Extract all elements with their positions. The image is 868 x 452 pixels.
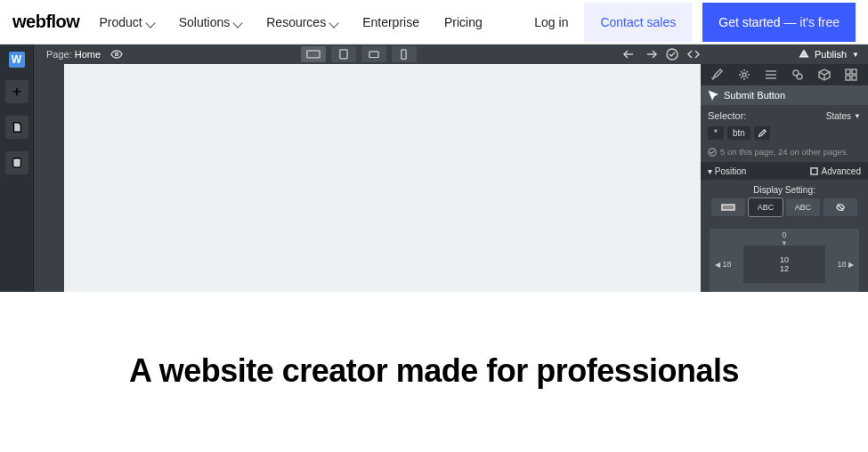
arrow-down-icon: ▼ bbox=[781, 239, 788, 247]
webflow-w-icon[interactable]: W bbox=[9, 52, 25, 68]
top-navbar: webflow Product Solutions Resources Ente… bbox=[0, 0, 868, 44]
nav-resources[interactable]: Resources bbox=[266, 15, 337, 29]
hero-headline: A website creator made for professionals bbox=[18, 351, 850, 391]
padding-box[interactable]: 10 12 bbox=[743, 246, 825, 283]
box-icon[interactable] bbox=[817, 68, 831, 82]
mobile-breakpoint[interactable] bbox=[392, 46, 417, 62]
display-inline-block[interactable]: ABC bbox=[749, 198, 783, 216]
chevron-down-icon bbox=[330, 15, 337, 29]
svg-point-9 bbox=[797, 74, 802, 79]
selector-label: Selector: bbox=[708, 110, 746, 121]
nav-pricing[interactable]: Pricing bbox=[444, 15, 483, 29]
display-none[interactable] bbox=[823, 198, 857, 216]
landscape-breakpoint[interactable] bbox=[361, 46, 386, 62]
padding-bottom-value[interactable]: 12 bbox=[780, 264, 789, 273]
add-element-button[interactable] bbox=[5, 80, 28, 103]
nav-enterprise[interactable]: Enterprise bbox=[362, 15, 419, 29]
spacing-editor[interactable]: Click + Drag 0 ◀ 18 18 ▶ ▼ 10 12 bbox=[710, 229, 859, 292]
chevron-down-icon bbox=[234, 15, 241, 29]
webflow-logo[interactable]: webflow bbox=[12, 12, 79, 32]
topbar-actions bbox=[622, 47, 701, 61]
chevron-down-icon bbox=[147, 15, 154, 29]
svg-rect-13 bbox=[852, 76, 856, 80]
effects-icon[interactable] bbox=[791, 68, 805, 82]
page-label: Page: Home bbox=[34, 49, 101, 60]
login-link[interactable]: Log in bbox=[518, 15, 584, 29]
layout-icon[interactable] bbox=[764, 68, 778, 82]
desktop-breakpoint[interactable] bbox=[301, 46, 326, 62]
cms-button[interactable] bbox=[5, 151, 28, 174]
selector-info-text: 5 on this page, 24 on other pages. bbox=[701, 145, 868, 162]
undo-icon[interactable] bbox=[622, 47, 637, 61]
margin-right-value[interactable]: 18 ▶ bbox=[837, 260, 854, 269]
edit-class-icon[interactable] bbox=[754, 126, 770, 140]
designer-ui: W Page: Home Publish ▼ bbox=[0, 44, 868, 292]
svg-rect-4 bbox=[369, 52, 377, 58]
display-setting-label: Display Setting: bbox=[701, 180, 868, 198]
canvas-left-gutter bbox=[34, 64, 64, 292]
style-panel: Submit Button Selector: States▼ * btn 5 … bbox=[701, 64, 868, 292]
panel-tab-bar bbox=[701, 64, 868, 85]
preview-icon[interactable] bbox=[110, 47, 124, 61]
brush-icon[interactable] bbox=[710, 68, 725, 82]
publish-button[interactable]: Publish ▼ bbox=[799, 49, 859, 60]
class-selector[interactable]: * btn bbox=[701, 126, 868, 145]
states-dropdown[interactable]: States▼ bbox=[826, 111, 861, 121]
redo-icon[interactable] bbox=[644, 47, 658, 61]
selected-element-row[interactable]: Submit Button bbox=[701, 85, 868, 105]
nav-items: Product Solutions Resources Enterprise P… bbox=[99, 15, 482, 29]
star-chip[interactable]: * bbox=[708, 126, 724, 140]
svg-rect-3 bbox=[339, 50, 346, 59]
nav-solutions[interactable]: Solutions bbox=[179, 15, 242, 29]
breakpoint-switcher bbox=[301, 46, 417, 62]
left-toolbar: W bbox=[0, 44, 34, 292]
contact-sales-button[interactable]: Contact sales bbox=[584, 3, 692, 42]
designer-topbar: Page: Home Publish ▼ bbox=[34, 44, 868, 64]
svg-point-7 bbox=[742, 73, 746, 77]
code-icon[interactable] bbox=[686, 47, 701, 61]
get-started-button[interactable]: Get started — it's free bbox=[702, 3, 856, 42]
design-canvas[interactable] bbox=[64, 64, 701, 292]
btn-class-chip[interactable]: btn bbox=[727, 126, 750, 140]
display-inline[interactable]: ABC bbox=[786, 198, 820, 216]
more-icon[interactable] bbox=[844, 68, 858, 82]
tablet-breakpoint[interactable] bbox=[331, 46, 356, 62]
settings-icon[interactable] bbox=[737, 68, 751, 82]
svg-rect-12 bbox=[846, 76, 850, 80]
margin-left-value[interactable]: ◀ 18 bbox=[715, 260, 732, 269]
svg-rect-2 bbox=[306, 51, 319, 58]
svg-point-1 bbox=[116, 53, 118, 56]
display-setting-buttons: ABC ABC bbox=[701, 198, 868, 223]
svg-rect-10 bbox=[846, 69, 850, 74]
svg-rect-16 bbox=[722, 205, 734, 210]
position-section-header[interactable]: ▾ Position Advanced bbox=[701, 162, 868, 180]
pages-button[interactable] bbox=[5, 116, 28, 139]
display-block[interactable] bbox=[711, 198, 745, 216]
nav-right: Log in Contact sales Get started — it's … bbox=[518, 3, 856, 42]
selector-row: Selector: States▼ bbox=[701, 105, 868, 126]
headline-section: A website creator made for professionals bbox=[0, 292, 868, 391]
padding-top-value[interactable]: 10 bbox=[780, 255, 789, 264]
check-icon[interactable] bbox=[665, 47, 679, 61]
svg-rect-11 bbox=[852, 69, 856, 74]
nav-product[interactable]: Product bbox=[99, 15, 153, 29]
svg-rect-15 bbox=[810, 167, 816, 174]
svg-rect-5 bbox=[402, 50, 406, 60]
margin-top-value[interactable]: 0 bbox=[782, 230, 786, 239]
